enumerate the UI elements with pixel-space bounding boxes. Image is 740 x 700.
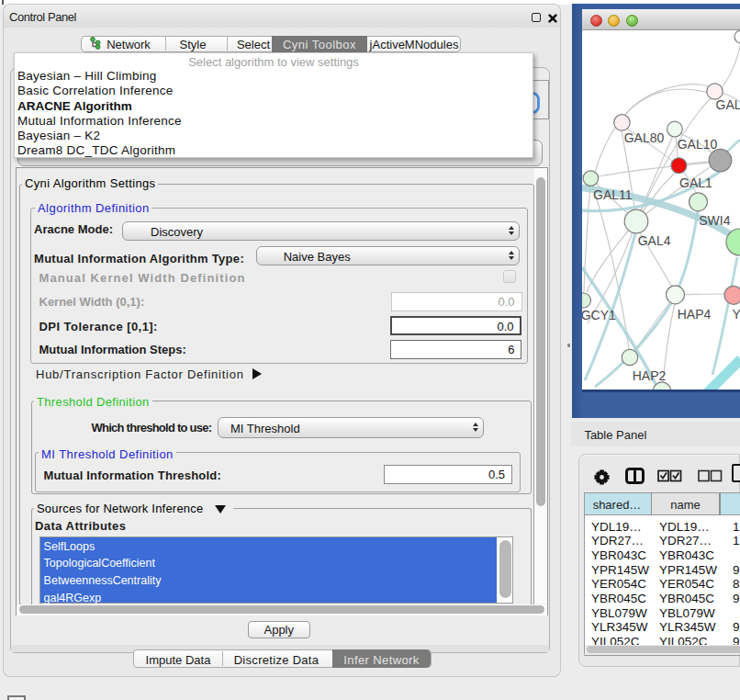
- svg-text:GAL11: GAL11: [593, 187, 633, 202]
- svg-text:Y: Y: [733, 307, 740, 322]
- svg-text:GAL1: GAL1: [679, 175, 712, 190]
- svg-text:GCY1: GCY1: [582, 308, 616, 322]
- svg-text:HAP2: HAP2: [633, 368, 667, 383]
- svg-text:GAL80: GAL80: [624, 130, 665, 145]
- svg-text:GAL10: GAL10: [678, 137, 718, 152]
- svg-text:SWI4: SWI4: [699, 213, 730, 228]
- svg-text:GAL: GAL: [716, 97, 740, 112]
- svg-text:GAL4: GAL4: [638, 233, 671, 248]
- svg-text:HAP4: HAP4: [678, 307, 712, 322]
